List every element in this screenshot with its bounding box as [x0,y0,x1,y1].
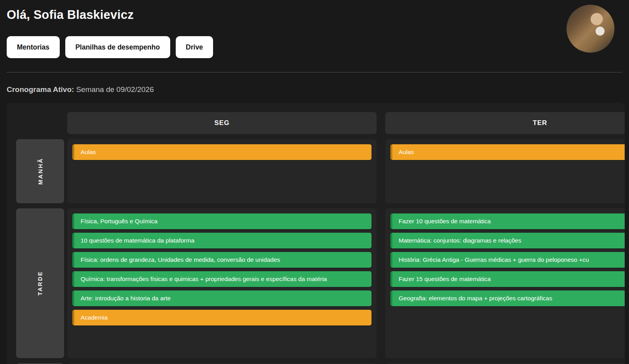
cell-seg-manha: Aulas [67,139,377,203]
planilhas-desempenho-button[interactable]: Planilhas de desempenho [65,36,170,58]
task-bar[interactable]: Matemática: conjuntos: diagramas e relaç… [390,233,625,248]
task-bar[interactable]: Aulas [72,144,372,160]
task-bar[interactable]: História: Grécia Antiga - Guerras médica… [390,252,625,268]
active-schedule-label: Cronograma Ativo: [7,85,74,94]
divider [7,72,622,73]
task-bar[interactable]: Fazer 10 questões de matemática [390,213,625,229]
avatar[interactable] [566,5,614,53]
task-bar[interactable]: Aulas [390,144,625,160]
row-label-text: MANHÃ [37,158,43,184]
header-button-row: Mentorias Planilhas de desempenho Drive [7,36,213,58]
row-cells-manha: AulasAulas [67,139,625,203]
active-schedule-value: Semana de 09/02/2026 [76,85,154,94]
task-bar[interactable]: 10 questões de matemática da plataforma [72,233,372,248]
row-label-manha: MANHÃ [16,139,64,203]
row-cells-tarde: Física, Português e Química10 questões d… [67,208,625,358]
schedule-header-row: SEGTER [67,112,625,134]
drive-button[interactable]: Drive [176,36,213,58]
task-bar[interactable]: Academia [72,310,372,325]
task-bar[interactable]: Física, Português e Química [72,213,372,229]
row-label-text: TARDE [37,271,44,296]
schedule-board: SEGTER MANHÃAulasAulasTARDEFísica, Portu… [7,103,625,364]
task-bar[interactable]: Arte: introdução a historia da arte [72,290,372,306]
active-schedule-line: Cronograma Ativo: Semana de 09/02/2026 [7,85,154,94]
cell-seg-tarde: Física, Português e Química10 questões d… [67,208,377,358]
row-label-tarde: TARDE [16,208,64,358]
schedule-row-manha: MANHÃAulasAulas [16,139,625,203]
page-title: Olá, Sofia Blaskievicz [7,8,134,22]
task-bar[interactable]: Física: ordens de grandeza, Unidades de … [72,252,372,268]
task-bar[interactable]: Química: transformações físicas e quimic… [72,271,372,287]
schedule-rows: MANHÃAulasAulasTARDEFísica, Português e … [16,139,625,364]
task-bar[interactable]: Geografia: elementos do mapa + projeções… [390,290,625,306]
dashboard-page: Olá, Sofia Blaskievicz Mentorias Planilh… [0,0,629,364]
column-header-seg: SEG [67,112,377,134]
schedule-row-tarde: TARDEFísica, Português e Química10 quest… [16,208,625,358]
column-header-ter: TER [385,112,625,134]
cell-ter-manha: Aulas [385,139,625,203]
task-bar[interactable]: Fazer 15 questões de matemática [390,271,625,287]
cell-ter-tarde: Fazer 10 questões de matemáticaMatemátic… [385,208,625,358]
mentorias-button[interactable]: Mentorias [7,36,60,58]
